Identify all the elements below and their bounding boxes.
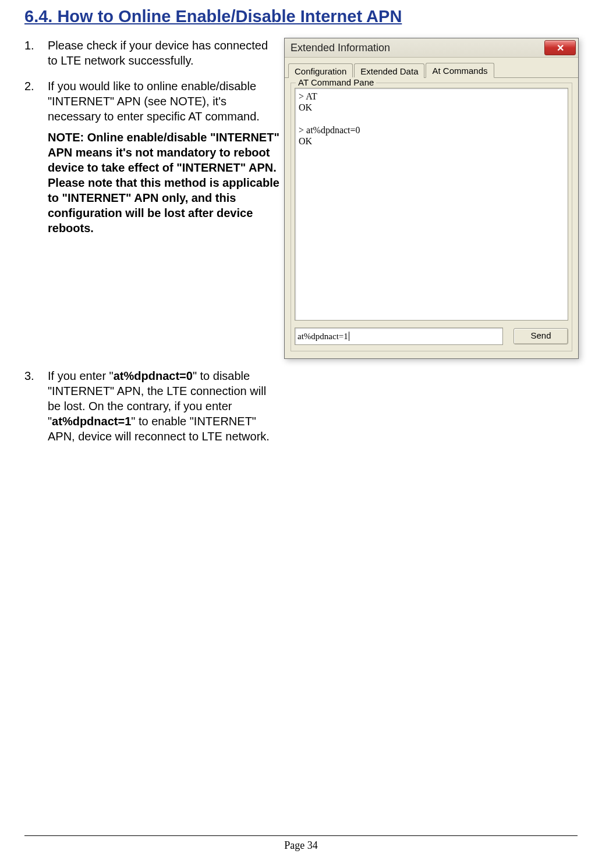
content-row: 1. Please check if your device has conne…	[24, 38, 578, 359]
tab-panel: AT Command Pane > AT OK > at%dpdnact=0 O…	[285, 78, 578, 358]
at-command-pane: AT Command Pane > AT OK > at%dpdnact=0 O…	[291, 83, 572, 351]
item-text: If you enter "at%dpdnact=0" to disable "…	[48, 368, 279, 444]
close-button[interactable]: ✕	[544, 40, 576, 55]
input-row: at%dpdnact=1 Send	[295, 328, 568, 345]
seg-pre: If you enter "	[48, 369, 114, 382]
instruction-continued: 3. If you enter "at%dpdnact=0" to disabl…	[24, 368, 279, 444]
list-item: 2. If you would like to online enable/di…	[24, 79, 279, 236]
cmd-disable: at%dpdnact=0	[114, 369, 193, 382]
tab-extended-data[interactable]: Extended Data	[354, 63, 424, 78]
tab-strip: Configuration Extended Data At Commands	[285, 58, 578, 78]
extended-info-dialog: Extended Information ✕ Configuration Ext…	[284, 38, 579, 359]
send-button[interactable]: Send	[514, 328, 568, 344]
close-icon: ✕	[557, 42, 564, 54]
screenshot-column: Extended Information ✕ Configuration Ext…	[284, 38, 578, 359]
item-number: 2.	[24, 79, 48, 236]
tab-at-commands[interactable]: At Commands	[426, 63, 494, 78]
console-output[interactable]: > AT OK > at%dpdnact=0 OK	[295, 88, 568, 321]
command-input[interactable]: at%dpdnact=1	[295, 328, 503, 345]
command-input-value: at%dpdnact=1	[298, 332, 348, 341]
list-item: 1. Please check if your device has conne…	[24, 38, 279, 68]
group-label: AT Command Pane	[296, 77, 376, 87]
page-number: Page 34	[284, 839, 318, 851]
instruction-column: 1. Please check if your device has conne…	[24, 38, 279, 359]
instruction-list: 1. Please check if your device has conne…	[24, 38, 279, 236]
tab-configuration[interactable]: Configuration	[288, 63, 353, 78]
text-caret-icon	[349, 332, 349, 341]
dialog-title: Extended Information	[291, 42, 390, 54]
instruction-list-cont: 3. If you enter "at%dpdnact=0" to disabl…	[24, 368, 279, 444]
item-number: 1.	[24, 38, 48, 68]
cmd-enable: at%dpdnact=1	[52, 415, 131, 428]
item-number: 3.	[24, 368, 48, 444]
item-body: If you would like to online enable/disab…	[48, 80, 260, 123]
section-heading: 6.4. How to Online Enable/Disable Intern…	[24, 7, 578, 26]
document-page: 6.4. How to Online Enable/Disable Intern…	[0, 0, 602, 868]
dialog-titlebar: Extended Information ✕	[285, 38, 578, 58]
item-text: Please check if your device has connecte…	[48, 38, 279, 68]
page-footer: Page 34	[24, 835, 578, 852]
item-text: If you would like to online enable/disab…	[48, 79, 279, 236]
list-item: 3. If you enter "at%dpdnact=0" to disabl…	[24, 368, 279, 444]
note-text: NOTE: Online enable/disable "INTERNET" A…	[48, 130, 279, 236]
